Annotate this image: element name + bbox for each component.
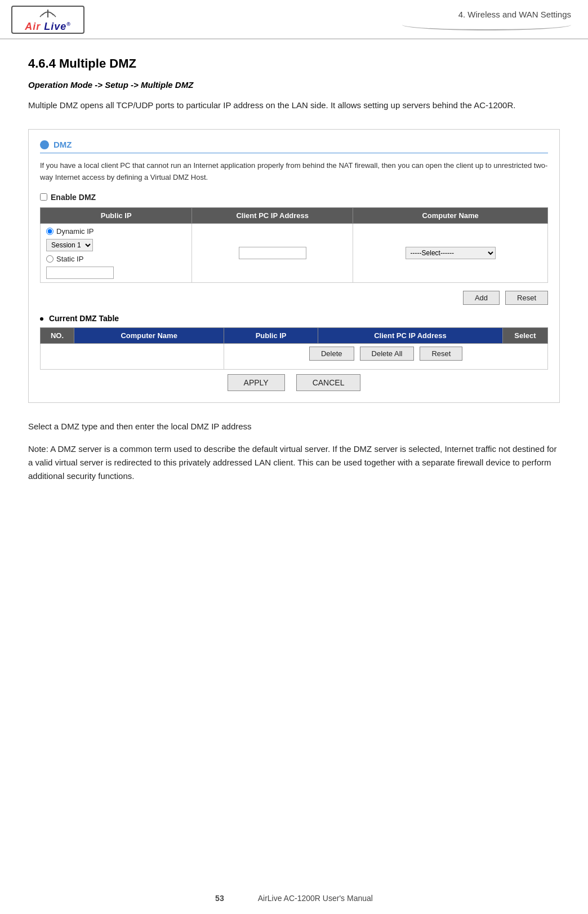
dmz-icon <box>40 140 49 149</box>
bullet-icon <box>40 317 43 321</box>
delete-buttons-cell: Delete Delete All Reset <box>224 343 548 369</box>
session-select-row: Session 1 <box>46 239 186 251</box>
apply-button[interactable]: APPLY <box>228 374 285 391</box>
current-dmz-delete-row: Delete Delete All Reset <box>41 343 548 369</box>
page-footer: 53 AirLive AC-1200R User's Manual <box>0 894 588 903</box>
table-row-dynamic: Dynamic IP Session 1 Static IP <box>41 223 548 282</box>
page-number: 53 <box>215 894 224 903</box>
static-ip-radio[interactable] <box>46 255 54 263</box>
th-client-pc-ip: Client PC IP Address <box>192 207 353 223</box>
add-button[interactable]: Add <box>463 291 500 305</box>
operation-mode: Operation Mode -> Setup -> Multiple DMZ <box>28 80 560 90</box>
enable-dmz-row: Enable DMZ <box>40 193 548 202</box>
logo-brand: Air Live® <box>25 21 71 33</box>
logo-box: Air Live® <box>11 6 84 34</box>
current-dmz-label: Current DMZ Table <box>49 314 119 323</box>
section-description: Multiple DMZ opens all TCP/UDP ports to … <box>28 99 560 112</box>
section-title: 4.6.4 Multiple DMZ <box>28 56 560 71</box>
main-content: 4.6.4 Multiple DMZ Operation Mode -> Set… <box>0 39 588 514</box>
header-divider <box>402 19 571 30</box>
footer-note2: Note: A DMZ server is a common term used… <box>28 442 560 483</box>
th-no: NO. <box>41 327 74 343</box>
th-select: Select <box>503 327 548 343</box>
delete-all-button[interactable]: Delete All <box>360 347 415 361</box>
th-comp-name: Computer Name <box>74 327 224 343</box>
manual-title: AirLive AC-1200R User's Manual <box>258 894 373 903</box>
computer-name-cell: -----Select------ <box>353 223 548 282</box>
delete-button[interactable]: Delete <box>309 347 354 361</box>
page-header: Air Live® 4. Wireless and WAN Settings <box>0 0 588 39</box>
dmz-info: If you have a local client PC that canno… <box>40 160 548 184</box>
session-select[interactable]: Session 1 <box>46 239 93 251</box>
delete-buttons-row: Delete Delete All Reset <box>230 347 542 361</box>
th-computer-name: Computer Name <box>353 207 548 223</box>
th-public-ip: Public IP <box>41 207 192 223</box>
enable-dmz-label: Enable DMZ <box>51 193 96 202</box>
current-reset-button[interactable]: Reset <box>420 347 462 361</box>
th-client-pc-ip: Client PC IP Address <box>318 327 502 343</box>
dynamic-ip-radio[interactable] <box>46 228 54 235</box>
dmz-label: DMZ <box>54 140 72 149</box>
static-ip-input[interactable] <box>46 267 114 279</box>
public-ip-cell: Dynamic IP Session 1 Static IP <box>41 223 192 282</box>
logo-area: Air Live® <box>11 6 84 34</box>
static-ip-option: Static IP <box>46 255 186 263</box>
static-ip-input-row <box>46 267 186 279</box>
client-ip-cell <box>192 223 353 282</box>
apply-cancel-row: APPLY CANCEL <box>40 374 548 391</box>
th-pub-ip: Public IP <box>224 327 318 343</box>
reset-button[interactable]: Reset <box>505 291 548 305</box>
dmz-title-row: DMZ <box>40 140 548 153</box>
computer-name-select[interactable]: -----Select------ <box>406 247 496 259</box>
current-dmz-table: NO. Computer Name Public IP Client PC IP… <box>40 327 548 370</box>
dynamic-ip-label: Dynamic IP <box>56 227 93 236</box>
dmz-table: Public IP Client PC IP Address Computer … <box>40 207 548 283</box>
enable-dmz-checkbox[interactable] <box>40 193 47 201</box>
header-title: 4. Wireless and WAN Settings <box>458 10 571 19</box>
static-ip-label: Static IP <box>56 255 83 263</box>
current-dmz-title: Current DMZ Table <box>40 314 548 323</box>
client-ip-input[interactable] <box>239 247 306 259</box>
delete-cell <box>41 343 224 369</box>
add-reset-row: Add Reset <box>40 291 548 305</box>
cancel-button[interactable]: CANCEL <box>296 374 361 391</box>
dynamic-ip-option: Dynamic IP <box>46 227 186 236</box>
footer-note1: Select a DMZ type and then enter the loc… <box>28 420 560 433</box>
dmz-box: DMZ If you have a local client PC that c… <box>28 129 560 403</box>
